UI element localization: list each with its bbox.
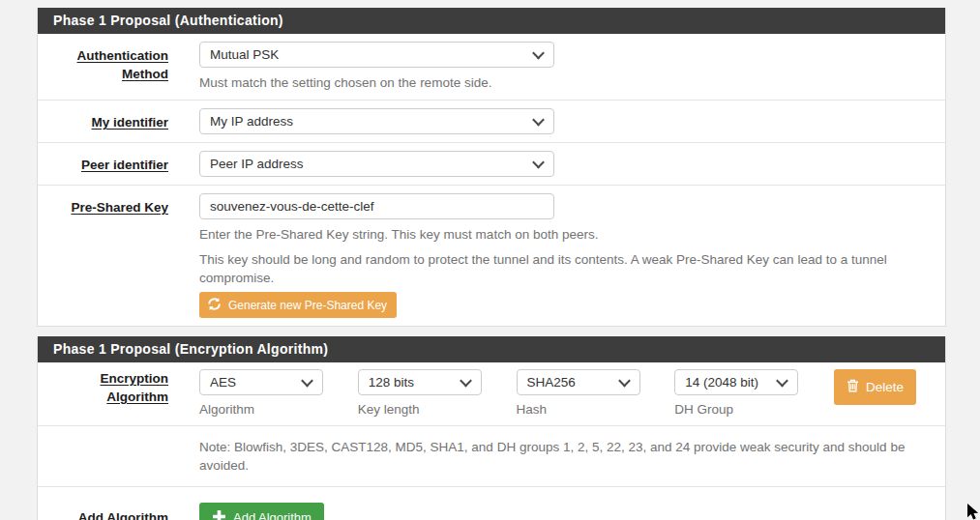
note-label-spacer (38, 426, 199, 486)
chevron-down-icon: Mutual PSK (199, 42, 554, 68)
delete-button-label: Delete (866, 381, 904, 394)
form-row-peer-identifier: Peer identifier Peer IP address (38, 142, 945, 185)
form-row-add-algorithm: Add Algorithm Add Algorithm (38, 486, 945, 520)
form-row-note: Note: Blowfish, 3DES, CAST128, MD5, SHA1… (38, 425, 945, 486)
encryption-algorithm-select[interactable]: AES (199, 369, 323, 395)
add-algorithm-label: Add Algorithm (38, 487, 199, 520)
encryption-algorithm-label: Encryption Algorithm (38, 362, 199, 425)
chevron-down-icon: Peer IP address (199, 151, 554, 177)
pre-shared-key-label: Pre-Shared Key (38, 186, 199, 326)
my-identifier-select[interactable]: My IP address (199, 108, 554, 134)
ipsec-phase1-form: Phase 1 Proposal (Authentication) Authen… (37, 8, 946, 520)
pre-shared-key-help-1: Enter the Pre-Shared Key string. This ke… (199, 225, 912, 244)
form-row-encryption-algorithm: Encryption Algorithm AES Algorithm 128 b… (38, 362, 945, 425)
panel-encryption-title: Phase 1 Proposal (Encryption Algorithm) (38, 336, 945, 362)
add-algorithm-button[interactable]: Add Algorithm (199, 503, 324, 520)
dh-group-group: 14 (2048 bit) DH Group (674, 369, 798, 418)
generate-psk-button[interactable]: Generate new Pre-Shared Key (199, 292, 397, 318)
weak-security-note: Note: Blowfish, 3DES, CAST128, MD5, SHA1… (199, 438, 912, 475)
trash-icon (846, 379, 859, 395)
key-length-group: 128 bits Key length (358, 369, 482, 418)
pre-shared-key-help-2: This key should be long and random to pr… (199, 250, 912, 287)
key-length-caption: Key length (358, 401, 482, 418)
plus-icon (212, 509, 226, 520)
panel-authentication-title: Phase 1 Proposal (Authentication) (38, 8, 945, 34)
chevron-down-icon: 128 bits (358, 369, 482, 395)
generate-psk-button-label: Generate new Pre-Shared Key (228, 300, 387, 311)
form-row-my-identifier: My identifier My IP address (38, 100, 945, 142)
panel-encryption-algorithm: Phase 1 Proposal (Encryption Algorithm) … (37, 336, 946, 520)
authentication-method-help: Must match the setting chosen on the rem… (199, 73, 912, 92)
delete-algorithm-button[interactable]: Delete (834, 369, 916, 405)
panel-authentication: Phase 1 Proposal (Authentication) Authen… (37, 8, 946, 327)
form-row-authentication-method: Authentication Method Mutual PSK Must ma… (38, 34, 945, 100)
my-identifier-label: My identifier (38, 101, 199, 142)
hash-group: SHA256 Hash (517, 369, 640, 418)
peer-identifier-label: Peer identifier (38, 143, 199, 185)
chevron-down-icon: 14 (2048 bit) (674, 369, 798, 395)
pre-shared-key-input[interactable] (199, 193, 554, 219)
dh-group-select[interactable]: 14 (2048 bit) (674, 369, 798, 395)
mouse-cursor-icon (967, 504, 980, 520)
chevron-down-icon: My IP address (199, 108, 554, 134)
chevron-down-icon: AES (199, 369, 323, 395)
form-row-pre-shared-key: Pre-Shared Key Enter the Pre-Shared Key … (38, 185, 945, 326)
add-algorithm-button-label: Add Algorithm (233, 511, 312, 520)
refresh-icon (207, 297, 222, 313)
key-length-select[interactable]: 128 bits (358, 369, 482, 395)
chevron-down-icon: SHA256 (517, 369, 640, 395)
algorithm-group: AES Algorithm (199, 369, 323, 418)
dh-group-caption: DH Group (674, 401, 798, 418)
hash-caption: Hash (517, 401, 640, 418)
peer-identifier-select[interactable]: Peer IP address (199, 151, 554, 177)
hash-select[interactable]: SHA256 (517, 369, 640, 395)
authentication-method-select[interactable]: Mutual PSK (199, 42, 554, 68)
algorithm-caption: Algorithm (199, 401, 323, 418)
authentication-method-label: Authentication Method (38, 34, 199, 100)
